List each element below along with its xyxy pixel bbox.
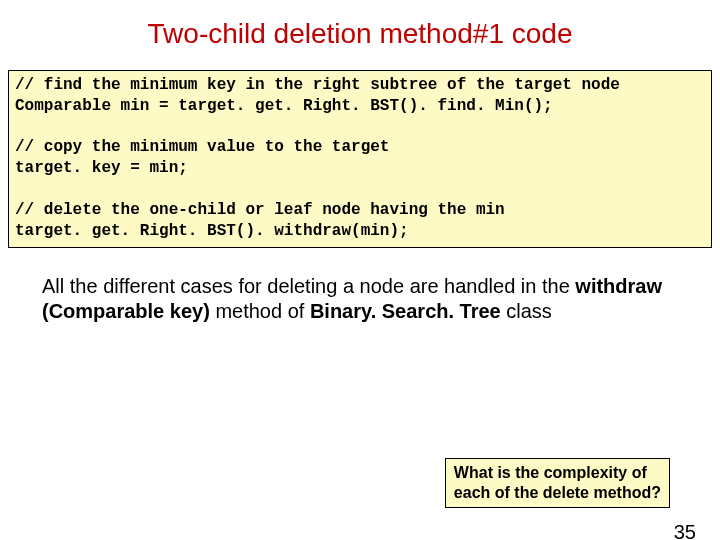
body-bold2: Binary. Search. Tree (310, 300, 501, 322)
body-pre: All the different cases for deleting a n… (42, 275, 575, 297)
body-mid: method of (210, 300, 310, 322)
code-block: // find the minimum key in the right sub… (8, 70, 712, 248)
slide-title: Two-child deletion method#1 code (0, 18, 720, 50)
body-text: All the different cases for deleting a n… (42, 274, 678, 324)
callout-line1: What is the complexity of (454, 463, 661, 483)
page-number: 35 (674, 521, 696, 540)
callout-box: What is the complexity of each of the de… (445, 458, 670, 508)
slide: Two-child deletion method#1 code // find… (0, 18, 720, 540)
callout-line2: each of the delete method? (454, 483, 661, 503)
body-post: class (501, 300, 552, 322)
